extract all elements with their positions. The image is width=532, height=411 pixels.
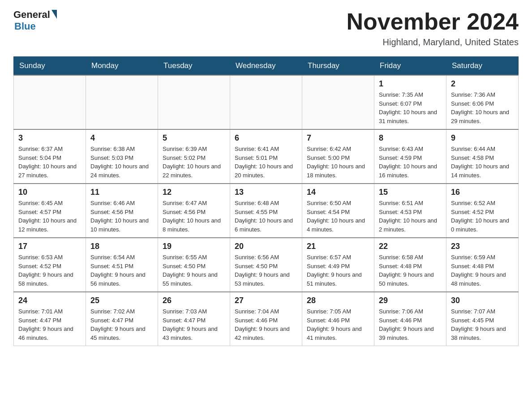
daylight-text: Daylight: 10 hours and 0 minutes. <box>451 217 509 233</box>
day-number: 25 <box>90 296 153 305</box>
day-info: Sunrise: 6:53 AMSunset: 4:52 PMDaylight:… <box>18 253 81 288</box>
sunset-text: Sunset: 4:47 PM <box>18 317 61 324</box>
daylight-text: Daylight: 9 hours and 45 minutes. <box>90 325 146 341</box>
daylight-text: Daylight: 10 hours and 16 minutes. <box>379 163 437 179</box>
sunrise-text: Sunrise: 7:01 AM <box>18 308 63 315</box>
day-info: Sunrise: 6:57 AMSunset: 4:49 PMDaylight:… <box>307 253 369 288</box>
sunset-text: Sunset: 4:46 PM <box>307 317 350 324</box>
calendar-cell: 24Sunrise: 7:01 AMSunset: 4:47 PMDayligh… <box>14 292 86 346</box>
calendar-cell: 29Sunrise: 7:06 AMSunset: 4:46 PMDayligh… <box>374 292 446 346</box>
sunrise-text: Sunrise: 6:56 AM <box>235 254 279 261</box>
daylight-text: Daylight: 10 hours and 20 minutes. <box>235 163 293 179</box>
sunset-text: Sunset: 6:07 PM <box>379 100 422 107</box>
calendar-cell: 17Sunrise: 6:53 AMSunset: 4:52 PMDayligh… <box>14 238 86 292</box>
calendar-cell: 20Sunrise: 6:56 AMSunset: 4:50 PMDayligh… <box>230 238 302 292</box>
title-section: November 2024 Highland, Maryland, United… <box>347 9 519 47</box>
page-header: General Blue November 2024 Highland, Mar… <box>13 9 519 47</box>
daylight-text: Daylight: 9 hours and 50 minutes. <box>379 271 434 287</box>
sunrise-text: Sunrise: 7:05 AM <box>307 308 351 315</box>
calendar-cell <box>230 75 302 129</box>
calendar-cell <box>14 75 86 129</box>
daylight-text: Daylight: 9 hours and 41 minutes. <box>307 325 362 341</box>
calendar-cell: 23Sunrise: 6:59 AMSunset: 4:48 PMDayligh… <box>446 238 519 292</box>
sunset-text: Sunset: 4:50 PM <box>163 263 206 270</box>
sunrise-text: Sunrise: 6:51 AM <box>379 200 423 206</box>
daylight-text: Daylight: 9 hours and 42 minutes. <box>235 325 290 341</box>
sunrise-text: Sunrise: 6:42 AM <box>307 146 351 152</box>
day-number: 18 <box>90 242 153 251</box>
calendar-cell: 27Sunrise: 7:04 AMSunset: 4:46 PMDayligh… <box>230 292 302 346</box>
day-info: Sunrise: 7:01 AMSunset: 4:47 PMDaylight:… <box>18 307 81 342</box>
sunrise-text: Sunrise: 6:43 AM <box>379 146 423 152</box>
day-info: Sunrise: 6:51 AMSunset: 4:53 PMDaylight:… <box>379 199 442 234</box>
sunrise-text: Sunrise: 7:02 AM <box>90 308 135 315</box>
sunrise-text: Sunrise: 6:59 AM <box>451 254 495 261</box>
day-number: 20 <box>235 242 297 251</box>
day-number: 28 <box>307 296 369 305</box>
sunset-text: Sunset: 5:04 PM <box>18 154 61 161</box>
weekday-header-wednesday: Wednesday <box>230 57 302 76</box>
calendar-cell: 22Sunrise: 6:58 AMSunset: 4:48 PMDayligh… <box>374 238 446 292</box>
day-number: 27 <box>235 296 297 305</box>
sunrise-text: Sunrise: 6:44 AM <box>451 146 495 152</box>
sunrise-text: Sunrise: 6:53 AM <box>18 254 63 261</box>
day-info: Sunrise: 7:36 AMSunset: 6:06 PMDaylight:… <box>451 90 514 125</box>
daylight-text: Daylight: 9 hours and 56 minutes. <box>90 271 146 287</box>
day-number: 17 <box>18 242 81 251</box>
sunset-text: Sunset: 4:55 PM <box>235 209 278 215</box>
weekday-header-tuesday: Tuesday <box>158 57 230 76</box>
day-number: 5 <box>163 133 225 143</box>
day-number: 1 <box>379 79 442 89</box>
daylight-text: Daylight: 10 hours and 12 minutes. <box>18 217 77 233</box>
daylight-text: Daylight: 10 hours and 6 minutes. <box>235 217 293 233</box>
calendar-cell: 16Sunrise: 6:52 AMSunset: 4:52 PMDayligh… <box>446 184 519 238</box>
daylight-text: Daylight: 10 hours and 29 minutes. <box>451 109 509 124</box>
day-info: Sunrise: 6:56 AMSunset: 4:50 PMDaylight:… <box>235 253 297 288</box>
calendar-cell: 9Sunrise: 6:44 AMSunset: 4:58 PMDaylight… <box>446 129 519 184</box>
daylight-text: Daylight: 9 hours and 48 minutes. <box>451 271 506 287</box>
logo-top: General <box>13 9 57 21</box>
sunset-text: Sunset: 4:47 PM <box>90 317 133 324</box>
weekday-header-sunday: Sunday <box>14 57 86 76</box>
sunrise-text: Sunrise: 7:35 AM <box>379 91 423 98</box>
day-number: 22 <box>379 242 442 251</box>
daylight-text: Daylight: 10 hours and 2 minutes. <box>379 217 437 233</box>
sunset-text: Sunset: 4:49 PM <box>307 263 350 270</box>
sunset-text: Sunset: 4:56 PM <box>90 209 133 215</box>
day-number: 15 <box>379 188 442 197</box>
weekday-header-row: SundayMondayTuesdayWednesdayThursdayFrid… <box>14 57 519 76</box>
calendar-week-row: 1Sunrise: 7:35 AMSunset: 6:07 PMDaylight… <box>14 75 519 129</box>
calendar-cell: 10Sunrise: 6:45 AMSunset: 4:57 PMDayligh… <box>14 184 86 238</box>
daylight-text: Daylight: 9 hours and 38 minutes. <box>451 325 506 341</box>
sunset-text: Sunset: 4:52 PM <box>18 263 61 270</box>
sunset-text: Sunset: 4:56 PM <box>163 209 206 215</box>
day-info: Sunrise: 7:03 AMSunset: 4:47 PMDaylight:… <box>163 307 225 342</box>
calendar-cell: 6Sunrise: 6:41 AMSunset: 5:01 PMDaylight… <box>230 129 302 184</box>
day-info: Sunrise: 6:52 AMSunset: 4:52 PMDaylight:… <box>451 199 514 234</box>
day-number: 2 <box>451 79 514 89</box>
calendar-cell: 12Sunrise: 6:47 AMSunset: 4:56 PMDayligh… <box>158 184 230 238</box>
logo-blue-text: Blue <box>14 21 36 32</box>
day-info: Sunrise: 6:46 AMSunset: 4:56 PMDaylight:… <box>90 199 153 234</box>
calendar-cell <box>86 75 158 129</box>
day-info: Sunrise: 7:35 AMSunset: 6:07 PMDaylight:… <box>379 90 442 125</box>
sunset-text: Sunset: 4:46 PM <box>235 317 278 324</box>
sunset-text: Sunset: 5:01 PM <box>235 154 278 161</box>
day-info: Sunrise: 6:50 AMSunset: 4:54 PMDaylight:… <box>307 199 369 234</box>
calendar-cell: 5Sunrise: 6:39 AMSunset: 5:02 PMDaylight… <box>158 129 230 184</box>
daylight-text: Daylight: 10 hours and 27 minutes. <box>18 163 77 179</box>
calendar-cell: 18Sunrise: 6:54 AMSunset: 4:51 PMDayligh… <box>86 238 158 292</box>
sunrise-text: Sunrise: 6:38 AM <box>90 146 135 152</box>
sunrise-text: Sunrise: 7:04 AM <box>235 308 279 315</box>
calendar-cell: 2Sunrise: 7:36 AMSunset: 6:06 PMDaylight… <box>446 75 519 129</box>
weekday-header-friday: Friday <box>374 57 446 76</box>
calendar-title: November 2024 <box>347 9 519 34</box>
day-info: Sunrise: 6:45 AMSunset: 4:57 PMDaylight:… <box>18 199 81 234</box>
daylight-text: Daylight: 10 hours and 4 minutes. <box>307 217 365 233</box>
day-number: 23 <box>451 242 514 251</box>
sunset-text: Sunset: 5:03 PM <box>90 154 133 161</box>
sunrise-text: Sunrise: 6:57 AM <box>307 254 351 261</box>
day-info: Sunrise: 7:06 AMSunset: 4:46 PMDaylight:… <box>379 307 442 342</box>
calendar-cell <box>158 75 230 129</box>
calendar-week-row: 17Sunrise: 6:53 AMSunset: 4:52 PMDayligh… <box>14 238 519 292</box>
